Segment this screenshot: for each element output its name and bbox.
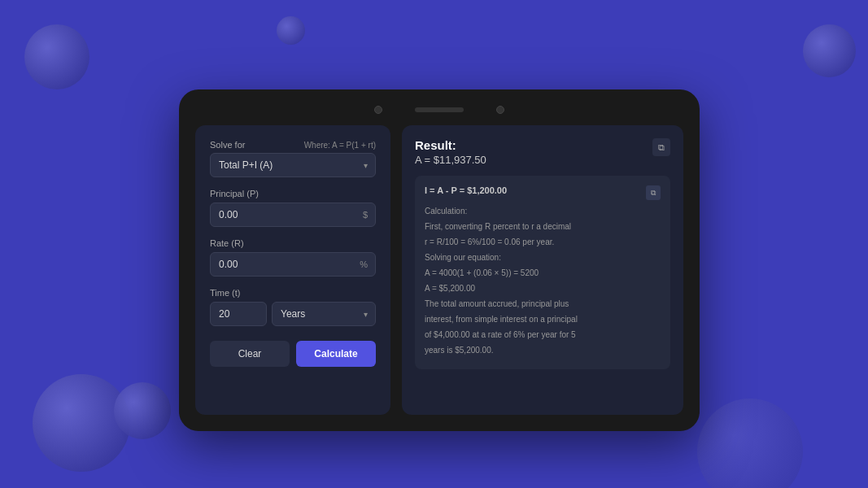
time-label: Time (t) <box>210 288 376 298</box>
solve-for-section: Solve for Where: A = P(1 + rt) Total P+I… <box>210 140 376 177</box>
clear-button[interactable]: Clear <box>210 341 290 367</box>
background-bubble-bl2 <box>114 382 171 439</box>
detail-line13: years is $5,200.00. <box>425 344 661 356</box>
rate-input[interactable] <box>210 252 376 277</box>
background-bubble-tl <box>24 24 89 89</box>
time-input-wrapper: Years Months ▾ <box>210 302 376 326</box>
principal-input-wrapper: $ <box>210 203 376 227</box>
result-detail-card: I = A - P = $1,200.00 ⧉ Calculation: Fir… <box>415 176 670 369</box>
result-title-block: Result: A = $11,937.50 <box>415 138 486 166</box>
detail-line11: interest, from simple interest on a prin… <box>425 313 661 325</box>
time-number-input[interactable] <box>210 302 267 326</box>
camera-icon <box>374 106 382 114</box>
action-buttons: Clear Calculate <box>210 341 376 367</box>
result-main-value: A = $11,937.50 <box>415 154 486 166</box>
result-panel: Result: A = $11,937.50 ⧉ I = A - P = $1,… <box>402 125 683 415</box>
solve-for-select[interactable]: Total P+I (A) Principal (P) Rate (R) Tim… <box>210 153 376 177</box>
tablet-content: Solve for Where: A = P(1 + rt) Total P+I… <box>195 125 683 415</box>
result-detail-header: I = A - P = $1,200.00 ⧉ <box>425 185 661 200</box>
calculate-button[interactable]: Calculate <box>296 341 376 367</box>
tablet-top-bar <box>195 106 683 114</box>
microphone-icon <box>496 106 504 114</box>
detail-line7: A = 4000(1 + (0.06 × 5)) = 5200 <box>425 267 661 279</box>
time-unit-select[interactable]: Years Months <box>272 302 376 326</box>
background-bubble-tc <box>277 16 305 45</box>
detail-line3: First, converting R percent to r a decim… <box>425 220 661 233</box>
principal-label: Principal (P) <box>210 189 376 198</box>
rate-input-wrapper: % <box>210 252 376 277</box>
rate-suffix: % <box>360 259 368 269</box>
time-field-group: Time (t) Years Months ▾ <box>210 288 376 326</box>
rate-label: Rate (R) <box>210 238 376 248</box>
copy-result-button[interactable]: ⧉ <box>652 138 670 156</box>
tablet-device: Solve for Where: A = P(1 + rt) Total P+I… <box>179 89 700 431</box>
detail-line12: of $4,000.00 at a rate of 6% per year fo… <box>425 329 661 341</box>
detail-line10: The total amount accrued, principal plus <box>425 298 661 310</box>
calculator-panel: Solve for Where: A = P(1 + rt) Total P+I… <box>195 125 390 415</box>
background-bubble-br <box>697 399 803 488</box>
time-unit-wrapper: Years Months ▾ <box>272 302 376 326</box>
background-bubble-bl <box>33 374 130 472</box>
solve-for-select-wrapper: Total P+I (A) Principal (P) Rate (R) Tim… <box>210 153 376 177</box>
result-title: Result: <box>415 138 486 152</box>
principal-field-group: Principal (P) $ <box>210 189 376 227</box>
rate-field-group: Rate (R) % <box>210 238 376 277</box>
detail-interest-value: I = A - P = $1,200.00 <box>425 185 507 195</box>
principal-input[interactable] <box>210 203 376 227</box>
detail-line8: A = $5,200.00 <box>425 282 661 294</box>
copy-detail-button[interactable]: ⧉ <box>646 185 661 200</box>
speaker-grille <box>415 107 464 112</box>
formula-label: Where: A = P(1 + rt) <box>304 141 376 150</box>
result-header: Result: A = $11,937.50 ⧉ <box>415 138 670 166</box>
solve-for-label: Solve for <box>210 140 245 150</box>
solve-for-header: Solve for Where: A = P(1 + rt) <box>210 140 376 150</box>
principal-suffix: $ <box>363 210 368 220</box>
detail-line4: r = R/100 = 6%/100 = 0.06 per year. <box>425 236 661 248</box>
detail-calculation-text: Calculation: First, converting R percent… <box>425 205 661 356</box>
detail-line2: Calculation: <box>425 205 661 217</box>
background-bubble-tr <box>803 24 856 77</box>
detail-line6: Solving our equation: <box>425 251 661 264</box>
